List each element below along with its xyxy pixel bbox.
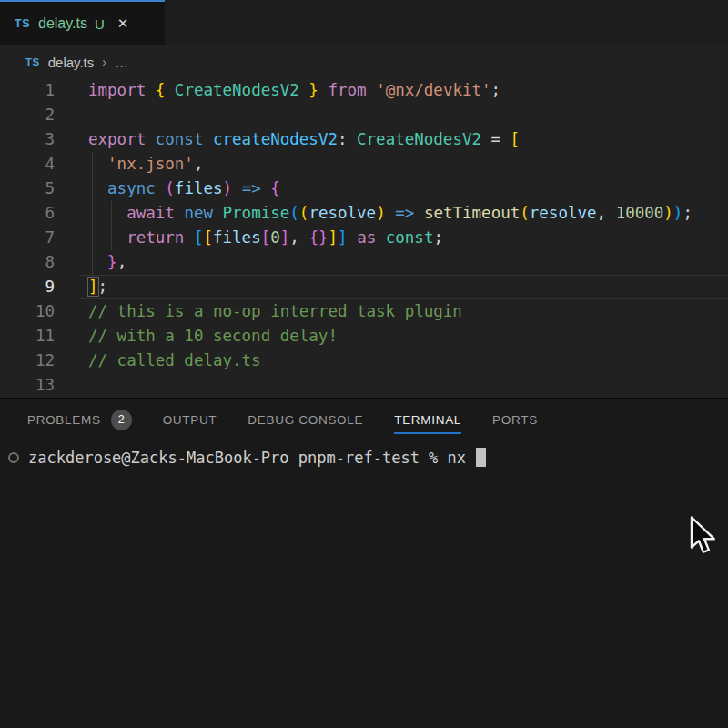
code-line-5[interactable]: 5 async (files) => { [0,177,728,201]
code-line-2[interactable]: 2 [0,103,728,127]
line-number: 1 [0,78,55,103]
line-number: 9 [0,275,55,299]
code-text: export const createNodesV2: CreateNodesV… [88,127,520,152]
code-line-8[interactable]: 8 }, [0,250,728,275]
code-line-10[interactable]: 10// this is a no-op interred task plugi… [0,299,728,324]
panel-tab-debug-console[interactable]: DEBUG CONSOLE [248,413,363,427]
line-number: 4 [0,152,55,177]
code-text: // called delay.ts [88,349,261,373]
line-number: 2 [0,103,55,127]
code-line-13[interactable]: 13 [0,373,728,398]
close-icon[interactable]: ✕ [117,15,129,32]
code-text: ]; [88,275,107,299]
line-number: 5 [0,177,55,201]
code-text: // with a 10 second delay! [88,324,338,349]
indent-guide [92,226,93,250]
code-line-4[interactable]: 4 'nx.json', [0,152,728,177]
tab-delay-ts[interactable]: TS delay.ts U ✕ [0,0,165,46]
panel-tab-label: PORTS [492,413,538,427]
panel-tab-label: PROBLEMS [27,413,101,427]
typescript-file-icon: TS [15,17,30,30]
panel-tab-ports[interactable]: PORTS [492,413,538,427]
problems-count-badge: 2 [111,410,132,430]
code-text: // this is a no-op interred task plugin [88,299,462,324]
terminal-block-cursor [476,448,486,467]
line-number: 6 [0,201,55,226]
indent-guide [92,250,93,275]
code-text: return [[files[0], {}]] as const; [88,226,443,250]
panel-tab-label: TERMINAL [394,413,461,434]
breadcrumb: TS delay.ts › … [0,46,728,78]
panel-tab-terminal[interactable]: TERMINAL [394,413,461,427]
line-number: 13 [0,373,55,398]
indent-guide [92,152,93,177]
panel-tab-output[interactable]: OUTPUT [163,413,217,427]
indent-guide [111,201,112,226]
line-number: 11 [0,324,55,349]
panel-tab-problems[interactable]: PROBLEMS2 [27,410,132,430]
code-text: 'nx.json', [88,152,203,177]
chevron-right-icon: › [102,55,106,69]
line-number: 8 [0,250,55,275]
code-line-11[interactable]: 11// with a 10 second delay! [0,324,728,349]
code-line-6[interactable]: 6 await new Promise((resolve) => setTime… [0,201,728,226]
code-text: }, [88,250,126,275]
line-number: 10 [0,299,55,324]
line-number: 12 [0,349,55,373]
code-editor[interactable]: 1import { CreateNodesV2 } from '@nx/devk… [0,78,728,398]
terminal-line[interactable]: zackderose@Zacks-MacBook-Pro pnpm-ref-te… [8,448,728,467]
indent-guide [92,177,93,201]
code-line-12[interactable]: 12// called delay.ts [0,349,728,373]
panel-tab-label: OUTPUT [163,413,217,427]
code-text: await new Promise((resolve) => setTimeou… [88,201,693,226]
code-lines: 1import { CreateNodesV2 } from '@nx/devk… [0,78,728,398]
line-number: 7 [0,226,55,250]
terminal-prompt: zackderose@Zacks-MacBook-Pro pnpm-ref-te… [28,449,475,467]
breadcrumb-symbol-ellipsis[interactable]: … [115,55,129,70]
editor-tab-bar: TS delay.ts U ✕ [0,0,728,46]
code-line-7[interactable]: 7 return [[files[0], {}]] as const; [0,226,728,250]
git-status-badge: U [95,16,105,32]
breadcrumb-file[interactable]: delay.ts [48,55,95,70]
code-text: async (files) => { [88,177,280,201]
typescript-file-icon: TS [25,56,40,67]
bottom-panel: PROBLEMS2OUTPUTDEBUG CONSOLETERMINALPORT… [0,398,728,728]
code-line-9[interactable]: 9]; [0,275,728,299]
code-line-1[interactable]: 1import { CreateNodesV2 } from '@nx/devk… [0,78,728,103]
indent-guide [111,226,112,250]
indent-guide [92,201,93,226]
code-text: import { CreateNodesV2 } from '@nx/devki… [88,78,500,103]
panel-tab-label: DEBUG CONSOLE [248,413,363,427]
panel-tab-bar: PROBLEMS2OUTPUTDEBUG CONSOLETERMINALPORT… [0,399,728,440]
line-number: 3 [0,127,55,152]
terminal-command-decoration-icon [8,452,19,463]
tab-title: delay.ts [38,15,87,32]
code-line-3[interactable]: 3export const createNodesV2: CreateNodes… [0,127,728,152]
